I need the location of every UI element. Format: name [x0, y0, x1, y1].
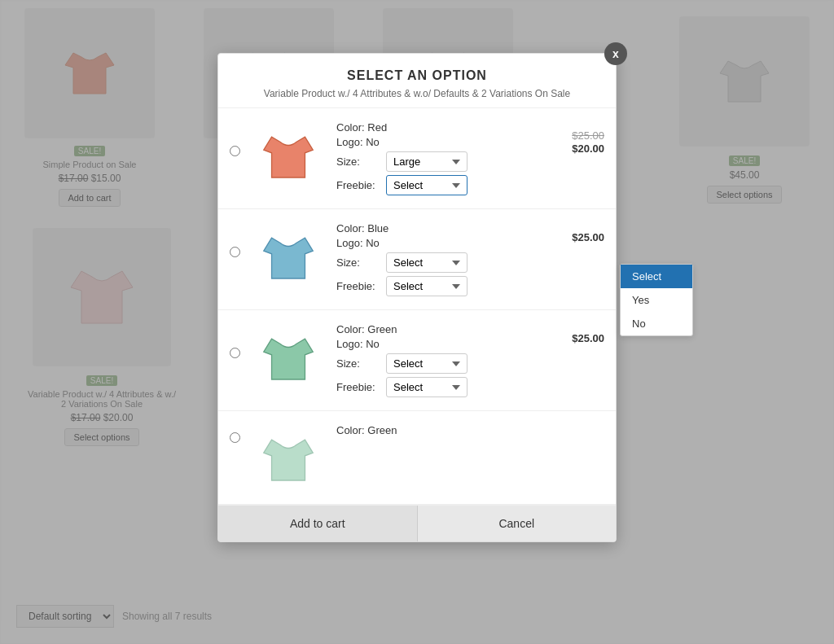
product-row-1-logo: Logo: No — [336, 136, 536, 148]
add-to-cart-button[interactable]: Add to cart — [218, 506, 418, 541]
product-row-3: Color: Green Logo: No Size: Select Small… — [218, 310, 616, 411]
product-row-2-price: $25.00 — [547, 222, 604, 243]
product-row-1-price-sale: $20.00 — [572, 142, 604, 155]
product-row-1-size-label: Size: — [336, 156, 381, 168]
product-row-1-freebie-control: Freebie: Select Yes No — [336, 175, 536, 195]
product-row-2-details: Color: Blue Logo: No Size: Select Small … — [336, 222, 536, 296]
product-row-3-thumb — [252, 323, 325, 396]
product-row-1-freebie-label: Freebie: — [336, 179, 381, 191]
product-row-3-size-control: Size: Select Small Medium Large X-Large — [336, 353, 536, 374]
product-row-4-thumb — [252, 424, 325, 497]
dropdown-option-select[interactable]: Select — [621, 265, 692, 288]
select-option-modal: x SELECT AN OPTION Variable Product w./ … — [217, 53, 617, 542]
freebie-dropdown-popup: Select Yes No — [620, 264, 693, 336]
product-row-3-price: $25.00 — [547, 323, 604, 344]
product-row-3-freebie-select[interactable]: Select Yes No — [386, 377, 467, 397]
product-row-3-color: Color: Green — [336, 323, 536, 335]
modal-body[interactable]: Color: Red Logo: No Size: Small Medium L… — [218, 108, 616, 505]
modal-subtitle: Variable Product w./ 4 Attributes & w.o/… — [235, 88, 599, 99]
product-row-1-price: $25.00 $20.00 — [547, 121, 604, 155]
product-row-2-size-label: Size: — [336, 256, 381, 269]
dropdown-option-yes[interactable]: Yes — [621, 288, 692, 312]
product-row-2-size-select[interactable]: Select Small Medium Large X-Large — [386, 252, 467, 273]
product-row-2-radio[interactable] — [230, 247, 240, 257]
product-row-2-color: Color: Blue — [336, 222, 536, 234]
product-row-3-logo: Logo: No — [336, 338, 536, 350]
product-row-4: Color: Green — [218, 411, 616, 505]
product-row-3-details: Color: Green Logo: No Size: Select Small… — [336, 323, 536, 397]
product-row-1-size-select[interactable]: Small Medium Large X-Large — [386, 151, 467, 172]
product-row-3-price-sale: $25.00 — [572, 332, 604, 344]
product-row-2-thumb — [252, 222, 325, 296]
cancel-button[interactable]: Cancel — [418, 506, 617, 541]
modal-header: SELECT AN OPTION Variable Product w./ 4 … — [218, 54, 616, 108]
product-row-4-color: Color: Green — [336, 424, 604, 436]
product-row-1-details: Color: Red Logo: No Size: Small Medium L… — [336, 121, 536, 195]
dropdown-option-no[interactable]: No — [621, 312, 692, 335]
product-row-2-price-sale: $25.00 — [572, 231, 604, 243]
product-row-3-radio[interactable] — [230, 348, 240, 358]
product-row-2-freebie-label: Freebie: — [336, 280, 381, 292]
product-row-4-details: Color: Green — [336, 424, 604, 439]
product-row-3-freebie-label: Freebie: — [336, 381, 381, 393]
product-row-2: Color: Blue Logo: No Size: Select Small … — [218, 209, 616, 310]
product-row-2-size-control: Size: Select Small Medium Large X-Large — [336, 252, 536, 273]
product-row-1-size-control: Size: Small Medium Large X-Large — [336, 151, 536, 172]
product-row-1-freebie-select[interactable]: Select Yes No — [386, 175, 467, 195]
product-row-1-radio[interactable] — [230, 146, 240, 156]
product-row-2-freebie-select[interactable]: Select Yes No — [386, 276, 467, 296]
modal-close-button[interactable]: x — [604, 42, 627, 65]
product-row-3-freebie-control: Freebie: Select Yes No — [336, 377, 536, 397]
product-row-3-size-select[interactable]: Select Small Medium Large X-Large — [386, 353, 467, 374]
product-row-1-price-original: $25.00 — [547, 129, 604, 142]
product-row-1: Color: Red Logo: No Size: Small Medium L… — [218, 108, 616, 209]
product-row-2-logo: Logo: No — [336, 237, 536, 249]
product-row-1-thumb — [252, 121, 325, 195]
modal-title: SELECT AN OPTION — [235, 68, 599, 83]
product-row-2-freebie-control: Freebie: Select Yes No — [336, 276, 536, 296]
product-row-3-size-label: Size: — [336, 357, 381, 370]
modal-footer: Add to cart Cancel — [218, 505, 616, 541]
product-row-1-color: Color: Red — [336, 121, 536, 134]
product-row-4-radio[interactable] — [230, 432, 240, 443]
